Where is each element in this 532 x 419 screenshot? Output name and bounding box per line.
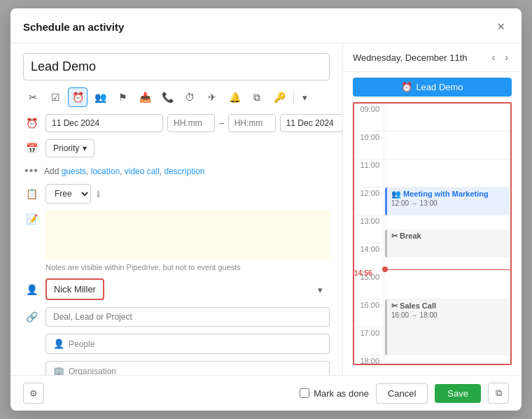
notes-container: Notes are visible within Pipedrive, but … xyxy=(46,211,330,271)
gear-button[interactable]: ⚙ xyxy=(23,383,44,404)
event-break[interactable]: ✂ Break xyxy=(385,229,509,257)
toolbar-phone[interactable]: 📞 xyxy=(158,87,177,107)
time-label-09:00: 09:00 xyxy=(354,104,384,131)
copy-button[interactable]: ⧉ xyxy=(488,383,509,404)
calendar-icon: 📅 xyxy=(23,143,40,154)
calendar-scroll[interactable]: 09:0010:0011:0012:0013:0014:0015:0016:00… xyxy=(353,102,512,365)
lead-demo-button[interactable]: ⏰ Lead Demo xyxy=(353,78,512,97)
toolbar-clock[interactable]: ⏰ xyxy=(68,87,88,107)
notes-row: 📝 Notes are visible within Pipedrive, bu… xyxy=(23,211,330,271)
left-panel: ✂ ☑ ⏰ 👥 ⚑ 📥 📞 ⏱ ✈ 🔔 ⧉ 🔑 ▾ xyxy=(10,43,343,375)
priority-button[interactable]: Priority ▾ xyxy=(46,139,94,157)
add-guests-link[interactable]: guests xyxy=(62,166,86,176)
notes-hint: Notes are visible within Pipedrive, but … xyxy=(46,263,330,271)
end-date-input[interactable] xyxy=(280,114,343,132)
toolbar-checkbox[interactable]: ☑ xyxy=(46,87,65,107)
organisation-subfield[interactable]: 🏢 Organisation xyxy=(46,361,330,375)
save-button[interactable]: Save xyxy=(435,384,481,403)
modal-title: Schedule an activity xyxy=(23,21,124,33)
priority-label: Priority xyxy=(53,143,79,153)
busy-select[interactable]: Free Busy xyxy=(46,184,91,204)
notes-icon: 📝 xyxy=(23,211,40,225)
calendar-date: Wednesday, December 11th xyxy=(353,52,468,63)
toolbar-key[interactable]: 🔑 xyxy=(270,87,289,107)
toolbar-flag[interactable]: ⚑ xyxy=(113,87,132,107)
toolbar-inbox[interactable]: 📥 xyxy=(135,87,155,107)
busy-icon: 📋 xyxy=(23,188,40,199)
priority-row: 📅 Priority ▾ xyxy=(23,139,330,157)
toolbar-divider xyxy=(293,90,294,104)
event-time: 16:00 → 18:00 xyxy=(391,311,505,319)
assignee-select-wrapper: Nick Miller xyxy=(46,278,330,300)
more-icon: ▾ xyxy=(302,92,307,103)
deal-input[interactable] xyxy=(46,307,330,327)
time-slot-09:00 xyxy=(384,104,510,131)
close-button[interactable]: × xyxy=(493,18,509,36)
start-date-input[interactable] xyxy=(46,114,163,132)
toolbar-copy2[interactable]: ⧉ xyxy=(247,87,267,107)
right-panel: Wednesday, December 11th ‹ › ⏰ Lead Demo… xyxy=(343,43,522,375)
people-subfield-icon: 👤 xyxy=(53,339,64,349)
datetime-inputs: – xyxy=(46,114,343,132)
time-slot-18:00 xyxy=(384,355,510,365)
toolbar-scissors[interactable]: ✂ xyxy=(23,87,43,107)
time-row-09:00: 09:00 xyxy=(354,104,510,132)
start-time-input[interactable] xyxy=(167,114,215,132)
time-slot-11:00 xyxy=(384,159,510,187)
add-description-link[interactable]: description xyxy=(164,166,204,176)
deal-row: 🔗 xyxy=(23,307,330,327)
event-time: 12:00 → 13:00 xyxy=(391,199,505,207)
time-label-17:00: 17:00 xyxy=(354,327,384,355)
add-more-links: Add guests, location, video call, descri… xyxy=(44,166,205,176)
toolbar-plane[interactable]: ✈ xyxy=(202,87,222,107)
toolbar-bell[interactable]: 🔔 xyxy=(225,87,244,107)
toolbar-more[interactable]: ▾ xyxy=(298,90,312,106)
link-icon: 🔗 xyxy=(23,311,40,322)
time-row-15:00: 15:00 xyxy=(354,271,510,299)
cancel-button[interactable]: Cancel xyxy=(376,383,428,404)
lead-demo-label: Lead Demo xyxy=(416,82,463,92)
event-title: 👥 Meeting with Marketing xyxy=(391,190,505,199)
clock-icon: ⏰ xyxy=(23,118,40,129)
notes-textarea[interactable] xyxy=(46,211,330,260)
modal-footer: ⚙ Mark as done Cancel Save ⧉ xyxy=(10,375,522,411)
mark-done-label[interactable]: Mark as done xyxy=(300,388,369,399)
gear-icon: ⚙ xyxy=(29,388,38,399)
info-icon: ℹ xyxy=(97,189,100,199)
time-label-18:00: 18:00 xyxy=(354,355,384,365)
toolbar-timer[interactable]: ⏱ xyxy=(180,87,200,107)
priority-chevron: ▾ xyxy=(83,143,87,153)
time-row-11:00: 11:00 xyxy=(354,159,510,187)
time-grid: 09:0010:0011:0012:0013:0014:0015:0016:00… xyxy=(354,104,510,365)
add-videocall-link[interactable]: video call xyxy=(125,166,160,176)
calendar-header: Wednesday, December 11th ‹ › xyxy=(343,43,522,72)
add-location-link[interactable]: location xyxy=(91,166,120,176)
now-line xyxy=(384,269,510,270)
end-time-input[interactable] xyxy=(228,114,276,132)
next-nav-button[interactable]: › xyxy=(501,50,512,64)
organisation-subfield-label: Organisation xyxy=(69,367,116,376)
event-meeting[interactable]: 👥 Meeting with Marketing12:00 → 13:00 xyxy=(385,187,509,215)
sep2: , xyxy=(120,166,125,176)
add-prefix: Add xyxy=(44,166,62,176)
time-slot-15:00 xyxy=(384,271,510,299)
toolbar-people[interactable]: 👥 xyxy=(90,87,110,107)
organisation-subfield-icon: 🏢 xyxy=(53,366,64,375)
ellipsis-icon: ••• xyxy=(23,164,40,177)
people-subfield[interactable]: 👤 People xyxy=(46,334,330,354)
time-label-13:00: 13:00 xyxy=(354,215,384,243)
time-separator: – xyxy=(219,118,224,128)
assignee-select[interactable]: Nick Miller xyxy=(46,278,104,300)
activity-name-input[interactable] xyxy=(23,53,330,80)
mark-done-checkbox[interactable] xyxy=(300,388,309,398)
time-row-18:00: 18:00 xyxy=(354,355,510,365)
time-label-14:00: 14:00 xyxy=(354,243,384,271)
assignee-row: 👤 Nick Miller xyxy=(23,278,330,300)
time-label-10:00: 10:00 xyxy=(354,132,384,159)
event-sales[interactable]: ✂ Sales Call16:00 → 18:00 xyxy=(385,299,509,355)
prev-nav-button[interactable]: ‹ xyxy=(489,50,499,64)
add-more-row: ••• Add guests, location, video call, de… xyxy=(23,164,330,177)
lead-demo-icon: ⏰ xyxy=(401,82,412,92)
person-icon: 👤 xyxy=(23,284,40,295)
busy-row: 📋 Free Busy ℹ xyxy=(23,184,330,204)
